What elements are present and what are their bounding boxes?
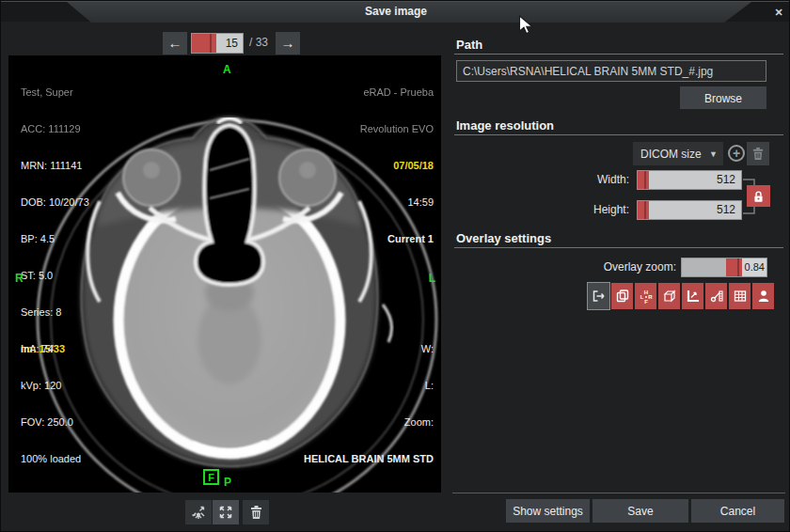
series-number: Series: 8 [21,306,89,319]
width-value[interactable]: 512 [649,171,741,189]
zoom-value: Zoom: [304,416,434,429]
path-section-rule [454,54,783,55]
mouse-cursor [518,15,533,36]
ct-image-viewport[interactable]: Test, Super ACC: 111129 MRN: 111141 DOB:… [8,55,441,493]
sparkle-icon [191,505,206,520]
save-button[interactable]: Save [592,499,688,523]
study-date: 07/05/18 [360,160,434,172]
patient-info-overlay-toggle[interactable] [752,283,774,309]
overlay-zoom-input[interactable]: 0.84 [681,258,767,277]
aspect-ratio-lock-button[interactable] [747,185,770,207]
cancel-button[interactable]: Cancel [691,499,784,523]
ma-value: mA: 74 [21,343,81,355]
width-input[interactable]: 512 [637,170,742,190]
series-description: HELICAL BRAIN 5MM STD [304,453,434,465]
reset-window-level-button[interactable] [185,500,212,524]
dialog-title: Save image [1,5,790,18]
grid-table-icon [733,289,748,304]
patient-name: Test, Super [21,86,89,99]
file-path-input[interactable] [456,60,766,82]
overlay-section-header: Overlay settings [456,231,551,245]
facility-name: eRAD - Prueba [360,86,434,99]
expand-arrows-icon [218,505,233,520]
svg-text:R: R [648,294,653,300]
bp: BP: 4.5 [21,233,89,245]
orientation-left: L [429,272,435,285]
svg-text:F: F [644,299,648,305]
resolution-section-header: Image resolution [456,118,554,133]
loaded-status: 100% loaded [21,453,81,465]
angle-ruler-overlay-toggle[interactable] [682,283,703,309]
overlay-zoom-grip[interactable] [726,258,742,276]
next-image-button[interactable]: → [276,32,300,55]
save-image-dialog: Save image ✕ ← 15 / 33 → [0,0,790,532]
overlay-window-info: W: L: Zoom: HELICAL BRAIN 5MM STD [304,319,434,490]
footer-separator [452,493,785,493]
kvp-value: kVp: 120 [21,380,81,392]
chevron-down-icon: ▼ [709,149,723,159]
height-label: Height: [452,203,629,216]
lock-icon [752,190,765,203]
delete-image-button[interactable] [243,500,269,524]
layers-overlay-toggle[interactable] [611,283,633,309]
overlay-toggle-row: HLRF [452,283,774,309]
overlay-study-info: eRAD - Prueba Revolution EVO 07/05/18 14… [360,62,434,270]
overlay-zoom-value[interactable]: 0.84 [742,258,766,276]
cube-3d-overlay-toggle[interactable] [658,283,680,309]
save-settings-panel: Path Browse Image resolution DICOM size … [452,29,785,532]
orientation-feet-box: F [203,469,219,485]
grid-table-overlay-toggle[interactable] [729,283,750,309]
image-index-slider[interactable]: 15 [191,33,244,54]
orientation-markers-icon: HLRF [639,289,654,304]
slice-thickness: ST: 5.0 [21,270,89,282]
layers-icon [615,289,630,304]
overlay-zoom-track [682,258,726,276]
browse-button[interactable]: Browse [680,86,766,109]
resolution-section-rule [454,134,783,135]
accession-number: ACC: 111129 [21,123,89,135]
overlay-zoom-label: Overlay zoom: [452,260,676,274]
export-arrow-icon [592,289,607,304]
slider-fill [192,34,216,53]
total-image-count: / 33 [249,36,268,49]
resolution-preset-value: DICOM size [633,148,709,161]
width-slider-grip[interactable] [638,171,649,189]
trash-icon [249,505,263,520]
current-label: Current 1 [360,233,434,245]
height-slider-grip[interactable] [638,201,649,219]
overlay-section-rule [454,247,783,248]
path-section-header: Path [456,38,482,52]
height-input[interactable]: 512 [637,200,742,220]
previous-image-button[interactable]: ← [163,32,187,55]
key-ruler-overlay-toggle[interactable] [705,283,727,309]
orientation-anterior: A [223,63,231,76]
trash-icon [751,147,765,161]
key-ruler-icon [709,289,724,304]
angle-ruler-icon [686,289,701,304]
scanner-model: Revolution EVO [360,123,434,135]
show-settings-button[interactable]: Show settings [506,499,590,523]
patient-info-icon [756,289,771,304]
orientation-posterior: P [224,476,231,489]
svg-text:L: L [640,294,643,300]
study-time: 14:59 [360,196,434,209]
orientation-markers-toggle[interactable]: HLRF [635,283,656,309]
mrn: MRN: 111141 [21,160,89,172]
cube-3d-icon [662,289,677,304]
add-preset-button[interactable]: + [728,145,745,162]
resolution-preset-dropdown[interactable]: DICOM size ▼ [633,142,723,165]
export-overlays-toggle[interactable] [588,283,609,309]
current-image-number[interactable]: 15 [216,34,243,53]
close-icon[interactable]: ✕ [771,5,786,20]
height-value[interactable]: 512 [649,201,741,219]
orientation-right: R [15,272,24,285]
fit-to-window-button[interactable] [213,500,239,524]
dob: DOB: 10/20/73 [21,196,89,209]
fov-value: FOV: 250.0 [21,416,81,429]
delete-preset-button[interactable] [747,142,769,165]
width-label: Width: [452,173,629,186]
overlay-acquisition-info: mA: 74 kVp: 120 FOV: 250.0 100% loaded [21,319,81,490]
window-value: W: [304,343,434,355]
level-value: L: [304,380,434,392]
title-bar: Save image ✕ [1,1,790,22]
